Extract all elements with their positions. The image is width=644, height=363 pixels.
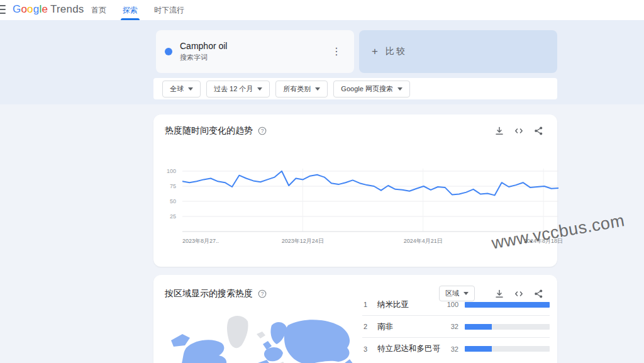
svg-text:?: ? bbox=[261, 128, 264, 134]
filter-dropdown[interactable]: Google 网页搜索 bbox=[333, 81, 410, 98]
svg-text:?: ? bbox=[261, 291, 264, 297]
y-axis-tick: 50 bbox=[170, 198, 176, 204]
region-rank: 2 bbox=[362, 323, 375, 330]
y-axis-tick: 25 bbox=[170, 213, 176, 220]
filter-dropdown[interactable]: 全球 bbox=[162, 81, 201, 98]
region-row[interactable]: 1纳米比亚100 bbox=[362, 294, 550, 316]
map-country-with-data[interactable] bbox=[171, 334, 190, 347]
map-country-with-data[interactable] bbox=[264, 347, 283, 361]
help-icon[interactable]: ? bbox=[258, 289, 267, 298]
region-value-bar-fill bbox=[465, 302, 550, 308]
top-nav: 首页探索时下流行 bbox=[91, 0, 184, 20]
menu-icon[interactable] bbox=[0, 5, 6, 14]
active-tab-underline bbox=[121, 18, 140, 20]
y-axis-tick: 75 bbox=[170, 183, 176, 189]
compare-label: 比较 bbox=[386, 46, 407, 57]
region-value-bar bbox=[465, 302, 550, 308]
add-comparison-card[interactable]: + 比较 bbox=[359, 30, 557, 73]
region-rank: 3 bbox=[362, 345, 375, 353]
search-term-card[interactable]: Camphor oil 搜索字词 ⋮ bbox=[156, 30, 354, 73]
map-country-with-data[interactable] bbox=[284, 320, 350, 363]
x-axis: 2023年8月27..2023年12月24日2024年4月21日2024年8月1… bbox=[182, 237, 558, 246]
region-row[interactable]: 3特立尼达和多巴哥32 bbox=[362, 338, 550, 360]
nav-item-label: 首页 bbox=[91, 5, 106, 16]
chevron-down-icon bbox=[315, 87, 320, 91]
search-term: Camphor oil bbox=[180, 41, 227, 51]
region-ranking-list: 1纳米比亚1002南非323特立尼达和多巴哥32 bbox=[362, 294, 550, 360]
region-name: 特立尼达和多巴哥 bbox=[377, 343, 440, 354]
trend-line-chart[interactable] bbox=[182, 165, 558, 239]
map-country-no-data[interactable] bbox=[227, 316, 248, 348]
interest-over-time-card: 热度随时间变化的趋势 ? 100755025 2023年8月27..2023年1… bbox=[153, 114, 557, 267]
chevron-down-icon bbox=[188, 87, 193, 91]
x-axis-tick: 2023年12月24日 bbox=[282, 237, 324, 245]
map-country-with-data[interactable] bbox=[270, 322, 287, 344]
logo-letter: G bbox=[13, 3, 21, 15]
y-axis-tick: 100 bbox=[167, 168, 176, 174]
plus-icon: + bbox=[372, 45, 378, 58]
download-icon[interactable] bbox=[494, 126, 504, 136]
filter-dropdown[interactable]: 过去 12 个月 bbox=[206, 81, 270, 98]
share-icon[interactable] bbox=[533, 126, 543, 136]
region-value: 100 bbox=[447, 301, 458, 308]
filter-bar: 全球过去 12 个月所有类别Google 网页搜索 bbox=[153, 78, 557, 99]
region-value-bar bbox=[465, 324, 550, 330]
series-color-dot bbox=[165, 48, 172, 55]
filter-label: 所有类别 bbox=[283, 84, 311, 94]
map-country-with-data[interactable] bbox=[181, 340, 229, 363]
filter-label: Google 网页搜索 bbox=[341, 84, 393, 94]
region-value: 32 bbox=[451, 323, 458, 330]
map-country-with-data[interactable] bbox=[345, 359, 353, 363]
nav-item-link[interactable]: 首页 bbox=[91, 0, 106, 20]
chart-title: 热度随时间变化的趋势 bbox=[165, 125, 253, 137]
more-options-icon[interactable]: ⋮ bbox=[328, 44, 345, 59]
nav-item-link[interactable]: 时下流行 bbox=[154, 0, 184, 20]
x-axis-tick: 2024年8月18日 bbox=[524, 237, 563, 245]
nav-item-label: 探索 bbox=[123, 5, 138, 16]
region-value-bar bbox=[465, 346, 550, 352]
region-name: 纳米比亚 bbox=[377, 299, 409, 310]
google-trends-logo[interactable]: Google Trends bbox=[13, 3, 84, 16]
top-bar: Google Trends 首页探索时下流行 bbox=[0, 0, 644, 20]
chevron-down-icon bbox=[257, 87, 262, 91]
logo-letter: o bbox=[27, 3, 33, 15]
hero-section: Camphor oil 搜索字词 ⋮ + 比较 全球过去 12 个月所有类别Go… bbox=[0, 20, 644, 104]
embed-icon[interactable] bbox=[514, 126, 524, 136]
region-value: 32 bbox=[451, 345, 458, 353]
region-value-bar-fill bbox=[465, 346, 492, 352]
region-value-bar-fill bbox=[465, 324, 492, 330]
region-row[interactable]: 2南非32 bbox=[362, 316, 550, 338]
x-axis-tick: 2023年8月27.. bbox=[182, 237, 219, 245]
filter-dropdown[interactable]: 所有类别 bbox=[275, 81, 328, 98]
google-logo-letters: Google bbox=[13, 3, 48, 16]
region-rank: 1 bbox=[362, 301, 375, 308]
logo-letter: e bbox=[42, 3, 48, 15]
x-axis-tick: 2024年4月21日 bbox=[404, 237, 443, 245]
region-name: 南非 bbox=[377, 321, 393, 332]
filter-label: 全球 bbox=[170, 84, 184, 94]
logo-letter: o bbox=[21, 3, 27, 15]
search-term-type: 搜索字词 bbox=[180, 53, 227, 62]
help-icon[interactable]: ? bbox=[258, 126, 267, 135]
chevron-down-icon bbox=[397, 87, 402, 91]
filter-label: 过去 12 个月 bbox=[214, 84, 253, 94]
chart-card-header: 热度随时间变化的趋势 ? bbox=[153, 114, 557, 137]
search-term-text: Camphor oil 搜索字词 bbox=[180, 41, 227, 62]
world-map[interactable] bbox=[164, 300, 360, 363]
nav-item-active[interactable]: 探索 bbox=[123, 0, 138, 20]
trends-logo-text: Trends bbox=[50, 3, 84, 16]
chart-actions bbox=[494, 126, 543, 136]
interest-by-region-card: 按区域显示的搜索热度 ? 区域 bbox=[153, 275, 557, 363]
region-title: 按区域显示的搜索热度 bbox=[165, 288, 253, 299]
y-axis: 100755025 bbox=[162, 165, 177, 235]
nav-item-label: 时下流行 bbox=[154, 5, 184, 16]
logo-letter: g bbox=[33, 3, 40, 15]
map-country-no-data[interactable] bbox=[257, 332, 265, 338]
